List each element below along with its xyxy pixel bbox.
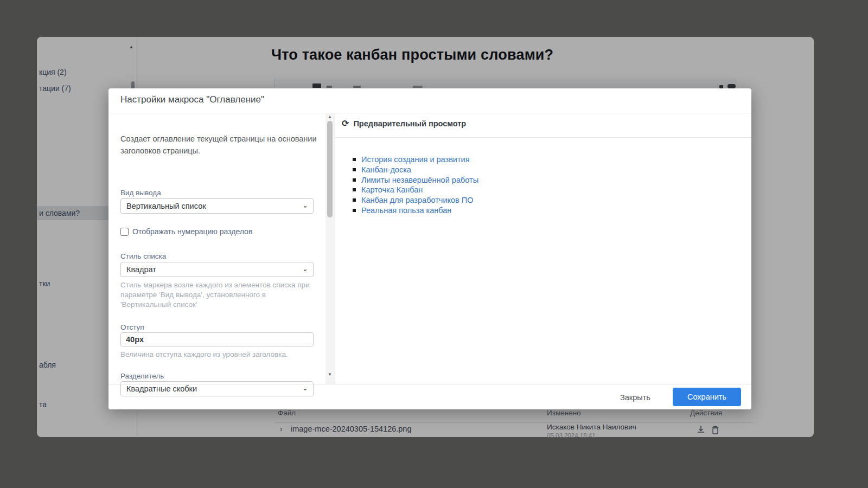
indent-label: Отступ [120, 323, 144, 331]
scrollbar-thumb[interactable] [327, 121, 333, 217]
numbering-checkbox-label[interactable]: Отображать нумерацию разделов [132, 227, 252, 236]
indent-input[interactable] [120, 332, 314, 346]
macro-settings-dialog: Настройки макроса "Оглавление" Создает о… [108, 88, 751, 409]
list-style-value: Квадрат [126, 265, 156, 274]
square-bullet-icon [353, 198, 356, 202]
separator-label: Разделитель [120, 372, 164, 380]
chevron-down-icon: ⌄ [302, 201, 308, 209]
scroll-down-icon[interactable]: ▼ [328, 372, 332, 377]
square-bullet-icon [353, 209, 356, 212]
chevron-down-icon: ⌄ [302, 265, 308, 273]
output-type-select[interactable]: Вертикальный список ⌄ [120, 198, 314, 214]
toc-link[interactable]: Канбан для разработчиков ПО [361, 196, 473, 204]
square-bullet-icon [353, 188, 356, 191]
list-item: История создания и развития [353, 155, 478, 165]
refresh-icon[interactable]: ⟳ [342, 119, 349, 128]
toc-preview-list: История создания и развития Канбан-доска… [353, 155, 478, 215]
toc-link[interactable]: Лимиты незавершённой работы [361, 176, 478, 184]
preview-title: Предварительный просмотр [353, 119, 466, 128]
close-button[interactable]: Закрыть [610, 389, 660, 406]
numbering-checkbox[interactable] [120, 228, 129, 236]
toc-link[interactable]: История создания и развития [361, 155, 470, 164]
output-type-value: Вертикальный список [126, 202, 206, 210]
list-item: Канбан-доска [353, 165, 478, 175]
dialog-footer: Закрыть Сохранить [108, 384, 751, 410]
preview-divider [335, 137, 751, 138]
preview-header: ⟳ Предварительный просмотр [342, 119, 466, 128]
toc-link[interactable]: Канбан-доска [361, 165, 411, 174]
numbering-checkbox-row: Отображать нумерацию разделов [120, 227, 252, 236]
dialog-title: Настройки макроса "Оглавление" [120, 94, 264, 105]
settings-pane: Создает оглавление текущей страницы на о… [108, 113, 326, 384]
output-type-label: Вид вывода [120, 189, 161, 197]
square-bullet-icon [353, 178, 356, 182]
list-item: Лимиты незавершённой работы [353, 175, 478, 185]
list-item: Канбан для разработчиков ПО [353, 195, 478, 206]
list-item: Реальная польза канбан [353, 205, 478, 215]
scroll-up-icon[interactable]: ▲ [328, 114, 332, 119]
square-bullet-icon [353, 158, 356, 161]
toc-link[interactable]: Реальная польза канбан [361, 206, 451, 215]
macro-description: Создает оглавление текущей страницы на о… [120, 133, 317, 157]
save-button[interactable]: Сохранить [673, 388, 741, 406]
indent-help: Величина отступа каждого из уровней заго… [120, 350, 316, 359]
settings-scrollbar: ▲ ▼ [326, 113, 335, 384]
list-style-label: Стиль списка [120, 252, 166, 260]
square-bullet-icon [353, 168, 356, 171]
toc-link[interactable]: Карточка Канбан [361, 185, 423, 194]
list-style-select[interactable]: Квадрат ⌄ [120, 262, 314, 277]
screen: ▲ кция (2) тации (7) и словами? тки абля… [0, 0, 868, 488]
dialog-header: Настройки макроса "Оглавление" [108, 88, 751, 113]
preview-pane: ⟳ Предварительный просмотр История созда… [335, 113, 751, 384]
list-style-help: Стиль маркера возле каждого из элементов… [120, 280, 316, 310]
list-item: Карточка Канбан [353, 185, 478, 195]
